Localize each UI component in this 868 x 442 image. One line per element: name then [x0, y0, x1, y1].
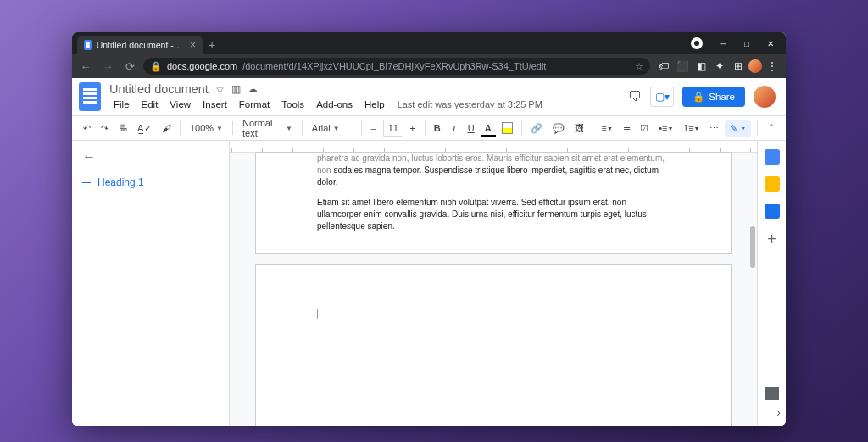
image-button[interactable]: 🖼 [570, 120, 588, 136]
close-tab-icon[interactable]: × [190, 39, 196, 51]
lock-icon: 🔒 [150, 61, 162, 72]
back-button[interactable]: ← [77, 60, 94, 73]
menu-bar: File Edit View Insert Format Tools Add-o… [109, 98, 542, 111]
spellcheck-button[interactable]: A̲✓ [133, 120, 156, 137]
url-path: /document/d/14XPjjxzVHUUCpI_BI7eDHjXyFeX… [242, 61, 546, 71]
comment-button[interactable]: 💬 [548, 120, 569, 137]
extensions-menu-icon[interactable]: ✦ [711, 58, 728, 75]
menu-insert[interactable]: Insert [198, 98, 231, 111]
docs-toolbar: ↶ ↷ 🖶 A̲✓ 🖌 100%▼ Normal text▼ Arial▼ – … [72, 115, 786, 141]
outline-item[interactable]: Heading 1 [82, 176, 219, 188]
docs-header: Untitled document ☆ ▥ ☁ File Edit View I… [72, 78, 786, 115]
extension-icon[interactable]: ◧ [693, 58, 709, 75]
editor-area: ← Heading 1 pharetra ac gravida non, luc… [72, 141, 786, 426]
present-button[interactable]: ▢▾ [650, 87, 674, 107]
body-text: Etiam sit amet libero elementum nibh vol… [317, 197, 670, 232]
menu-file[interactable]: File [109, 98, 134, 111]
document-page[interactable] [256, 265, 731, 426]
add-addon-button[interactable]: + [767, 231, 776, 249]
paint-format-button[interactable]: 🖌 [158, 120, 175, 136]
cloud-status-icon[interactable]: ☁ [248, 83, 258, 95]
browser-menu-icon[interactable]: ⋮ [764, 58, 781, 75]
document-canvas[interactable]: pharetra ac gravida non, luctus lobortis… [230, 141, 757, 426]
underline-button[interactable]: U [464, 120, 479, 136]
docs-favicon [84, 40, 92, 50]
line-spacing-button[interactable]: ≣ [619, 120, 635, 137]
tasks-icon[interactable] [765, 204, 780, 219]
menu-format[interactable]: Format [235, 98, 274, 111]
print-button[interactable]: 🖶 [114, 120, 132, 136]
horizontal-ruler[interactable] [230, 141, 757, 153]
editing-mode-button[interactable]: ✎▼ [725, 120, 751, 137]
bulleted-list-button[interactable]: •≡▼ [654, 120, 677, 136]
zoom-select[interactable]: 100%▼ [185, 120, 228, 136]
align-button[interactable]: ≡▼ [598, 120, 617, 136]
menu-tools[interactable]: Tools [277, 98, 309, 111]
move-icon[interactable]: ▥ [231, 83, 241, 95]
collapse-side-panel-button[interactable]: › [776, 406, 781, 419]
profile-avatar[interactable] [748, 59, 762, 73]
highlight-button[interactable] [498, 120, 518, 137]
text-cursor [317, 309, 318, 319]
menu-edit[interactable]: Edit [137, 98, 163, 111]
forward-button[interactable]: → [99, 60, 116, 73]
browser-window: Untitled document - Google Do × + ─ □ ✕ … [72, 32, 786, 426]
new-tab-button[interactable]: + [203, 36, 221, 54]
address-bar[interactable]: 🔒 docs.google.com/document/d/14XPjjxzVHU… [143, 58, 650, 75]
menu-view[interactable]: View [165, 98, 195, 111]
close-window-button[interactable]: ✕ [759, 35, 782, 52]
account-indicator-icon[interactable] [691, 37, 703, 49]
star-icon[interactable]: ☆ [215, 83, 225, 95]
last-edit-link[interactable]: Last edit was yesterday at 3:25 PM [398, 99, 542, 109]
browser-tab[interactable]: Untitled document - Google Do × [77, 36, 203, 54]
hide-menus-button[interactable]: ˆ [764, 120, 779, 136]
explore-icon[interactable] [765, 387, 779, 400]
font-size-decrease[interactable]: – [366, 120, 381, 136]
document-page[interactable]: pharetra ac gravida non, luctus lobortis… [256, 153, 731, 253]
outline-pane: ← Heading 1 [72, 141, 230, 426]
redo-button[interactable]: ↷ [97, 120, 113, 137]
maximize-button[interactable]: □ [735, 35, 759, 52]
window-controls: ─ □ ✕ [691, 32, 782, 54]
numbered-list-button[interactable]: 1≡▼ [679, 120, 704, 136]
vertical-scrollbar[interactable] [750, 226, 755, 268]
browser-navbar: ← → ⟳ 🔒 docs.google.com/document/d/14XPj… [72, 54, 786, 78]
link-button[interactable]: 🔗 [526, 120, 547, 137]
share-label: Share [709, 92, 735, 102]
menu-addons[interactable]: Add-ons [312, 98, 357, 111]
font-select[interactable]: Arial▼ [307, 120, 357, 136]
font-size-increase[interactable]: + [405, 120, 420, 136]
undo-button[interactable]: ↶ [79, 120, 95, 137]
body-text: sodales magna tempor. Suspendisse tristi… [317, 165, 659, 187]
outline-back-button[interactable]: ← [82, 149, 219, 165]
extension-icon[interactable]: ⬛ [674, 58, 691, 75]
italic-button[interactable]: I [447, 120, 462, 136]
comments-icon[interactable]: 🗨 [628, 89, 642, 104]
tab-title: Untitled document - Google Do [97, 40, 185, 50]
minimize-button[interactable]: ─ [711, 35, 735, 52]
extension-icon[interactable]: ⊞ [730, 58, 747, 75]
styles-select[interactable]: Normal text▼ [237, 115, 298, 141]
keep-icon[interactable] [765, 176, 780, 192]
lock-icon: 🔒 [693, 91, 704, 103]
text-color-button[interactable]: A [481, 120, 496, 136]
document-title[interactable]: Untitled document [109, 82, 209, 96]
account-avatar[interactable] [754, 86, 776, 108]
url-domain: docs.google.com [167, 61, 237, 71]
docs-logo-icon[interactable] [79, 82, 101, 111]
calendar-icon[interactable] [765, 149, 780, 165]
font-size-input[interactable]: 11 [383, 120, 403, 137]
reload-button[interactable]: ⟳ [121, 60, 138, 73]
menu-help[interactable]: Help [360, 98, 389, 111]
bold-button[interactable]: B [430, 120, 445, 136]
extension-row: 🏷 ⬛ ◧ ✦ ⊞ ⋮ [655, 58, 781, 75]
share-button[interactable]: 🔒 Share [682, 87, 745, 107]
tab-strip: Untitled document - Google Do × + ─ □ ✕ [72, 32, 786, 54]
outline-item-label: Heading 1 [97, 176, 144, 188]
bookmark-star-icon[interactable]: ☆ [635, 61, 643, 72]
extension-icon[interactable]: 🏷 [655, 58, 672, 75]
more-button[interactable]: ⋯ [705, 120, 723, 137]
checklist-button[interactable]: ☑ [637, 120, 654, 137]
side-panel: + [757, 141, 786, 426]
